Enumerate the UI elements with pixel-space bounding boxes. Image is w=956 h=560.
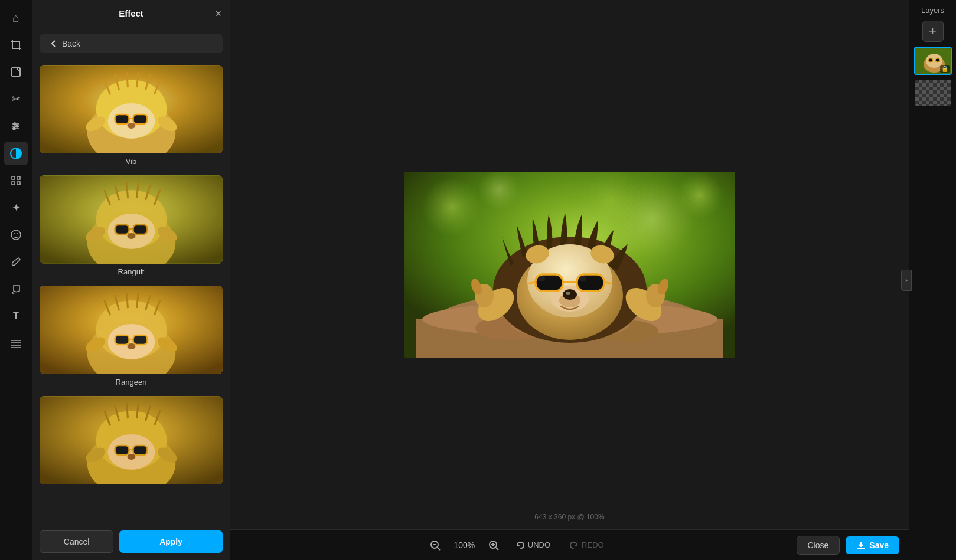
panel-title: Effect — [119, 8, 143, 18]
svg-point-14 — [17, 233, 18, 234]
brush-icon[interactable] — [4, 250, 28, 274]
grid-icon[interactable] — [4, 169, 28, 192]
effect-item-extra[interactable] — [40, 396, 223, 484]
svg-rect-71 — [115, 446, 129, 455]
svg-rect-9 — [17, 176, 20, 179]
bottom-center: 100% UNDO — [426, 536, 610, 554]
layer-item-1[interactable]: 🔒 — [914, 47, 952, 75]
effect-thumbnail-ranguit[interactable] — [40, 175, 223, 264]
svg-point-100 — [563, 289, 577, 300]
back-button[interactable]: Back — [40, 34, 223, 53]
svg-rect-11 — [17, 182, 20, 185]
svg-rect-39 — [115, 225, 129, 234]
bottom-bar: 100% UNDO — [230, 529, 909, 560]
effect-thumbnail-rangeen[interactable] — [40, 286, 223, 374]
svg-point-111 — [538, 276, 545, 281]
svg-point-76 — [128, 454, 136, 460]
layer-item-2[interactable] — [914, 78, 952, 107]
panel-header: Effect × — [32, 0, 230, 27]
svg-point-86 — [676, 172, 723, 219]
svg-point-88 — [579, 172, 644, 234]
canvas-container: 643 x 360 px @ 100% — [230, 0, 909, 529]
add-layer-button[interactable]: + — [922, 21, 944, 42]
zoom-out-button[interactable] — [426, 536, 444, 554]
panel-close-button[interactable]: × — [215, 7, 221, 19]
effect-label-rangeen: Rangeen — [40, 378, 223, 387]
svg-rect-0 — [12, 68, 20, 76]
svg-rect-132 — [935, 58, 940, 62]
svg-line-79 — [127, 403, 128, 418]
svg-point-60 — [128, 343, 136, 349]
layers-panel: Layers + 🔒 › — [909, 0, 956, 560]
pattern-icon[interactable] — [4, 332, 28, 355]
zoom-in-button[interactable] — [485, 536, 503, 554]
scissors-icon[interactable]: ✂ — [4, 87, 28, 111]
svg-point-112 — [579, 276, 586, 281]
effect-thumbnail-extra[interactable] — [40, 396, 223, 484]
svg-line-127 — [496, 548, 498, 550]
layers-title: Layers — [921, 6, 944, 15]
svg-point-101 — [566, 292, 570, 295]
svg-line-63 — [127, 293, 128, 308]
svg-rect-24 — [133, 114, 147, 124]
panel-footer: Cancel Apply — [32, 523, 230, 560]
layer-lock-icon: 🔒 — [940, 65, 950, 73]
left-toolbar: ⌂ ✂ ✦ — [0, 0, 32, 560]
main-area: 643 x 360 px @ 100% 100% — [230, 0, 909, 560]
effect-item-rangeen[interactable]: Rangeen — [40, 286, 223, 387]
svg-point-5 — [16, 125, 18, 127]
svg-rect-55 — [115, 335, 129, 345]
effect-panel: Effect × Back — [32, 0, 230, 560]
canvas-image — [404, 172, 735, 358]
redo-button[interactable]: REDO — [563, 537, 610, 554]
halftone-icon[interactable] — [4, 142, 28, 165]
svg-rect-72 — [133, 446, 147, 455]
svg-rect-23 — [115, 114, 129, 124]
effect-label-vib: Vib — [40, 157, 223, 166]
close-button[interactable]: Close — [797, 536, 840, 555]
svg-point-28 — [128, 123, 136, 129]
undo-button[interactable]: UNDO — [510, 537, 556, 554]
svg-line-47 — [127, 182, 128, 198]
collapse-panel-button[interactable]: › — [901, 270, 912, 291]
cancel-button[interactable]: Cancel — [40, 530, 113, 553]
sticker-icon[interactable] — [4, 223, 28, 247]
canvas-info: 643 x 360 px @ 100% — [534, 513, 604, 521]
effect-item-ranguit[interactable]: Ranguit — [40, 175, 223, 276]
svg-point-13 — [14, 233, 15, 234]
svg-point-44 — [128, 233, 136, 239]
bottom-right: Close Save — [797, 536, 900, 555]
paint-icon[interactable] — [4, 277, 28, 301]
adjust-icon[interactable] — [4, 114, 28, 138]
sparkle-icon[interactable]: ✦ — [4, 196, 28, 220]
svg-rect-56 — [133, 335, 147, 345]
svg-line-31 — [127, 72, 128, 87]
zoom-value: 100% — [451, 541, 478, 550]
resize-icon[interactable] — [4, 60, 28, 84]
save-button[interactable]: Save — [846, 536, 899, 554]
effects-list: Vib — [32, 60, 230, 523]
svg-line-123 — [438, 548, 440, 550]
svg-rect-8 — [12, 176, 15, 179]
svg-point-12 — [11, 230, 21, 240]
home-icon[interactable]: ⌂ — [4, 6, 28, 30]
text-icon[interactable]: T — [4, 304, 28, 328]
svg-point-4 — [14, 123, 16, 125]
svg-point-6 — [13, 127, 15, 130]
svg-rect-10 — [12, 182, 15, 185]
svg-rect-40 — [133, 225, 147, 234]
svg-rect-131 — [928, 58, 933, 62]
effect-item-vib[interactable]: Vib — [40, 65, 223, 166]
effect-thumbnail-vib[interactable] — [40, 65, 223, 153]
apply-button[interactable]: Apply — [119, 530, 223, 553]
svg-point-84 — [422, 178, 481, 237]
effect-label-ranguit: Ranguit — [40, 267, 223, 276]
crop-icon[interactable] — [4, 33, 28, 57]
